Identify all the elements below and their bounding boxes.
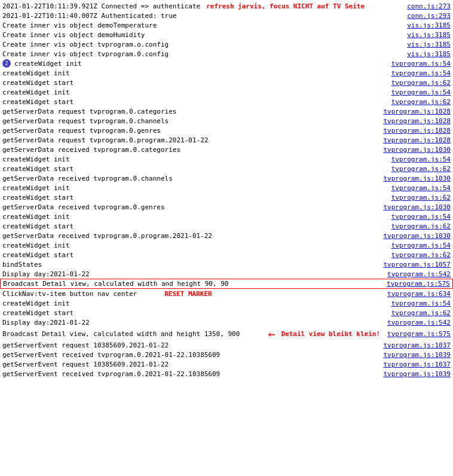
log-text: createWidget start [2, 222, 74, 230]
log-row: 2021-01-22T10:11:40.007Z Authenticated: … [0, 11, 453, 20]
log-row: 2021-01-22T10:11:39.921Z Connected => au… [0, 1, 453, 11]
log-source[interactable]: tvprogram.js:54 [391, 89, 451, 96]
log-container: 2021-01-22T10:11:39.921Z Connected => au… [0, 0, 453, 380]
log-source[interactable]: tvprogram.js:62 [391, 309, 451, 317]
log-text: createWidget start [2, 309, 74, 317]
log-source[interactable]: conn.js:273 [407, 2, 451, 10]
log-message: getServerEvent received tvprogram.0.2021… [2, 370, 378, 378]
log-row: Create inner vis object demoTemperature … [0, 20, 453, 30]
log-source[interactable]: tvprogram.js:62 [391, 98, 451, 106]
log-source[interactable]: tvprogram.js:575 [387, 280, 450, 288]
log-source[interactable]: conn.js:293 [407, 12, 451, 20]
log-source[interactable]: tvprogram.js:542 [387, 319, 451, 327]
log-source[interactable]: tvprogram.js:62 [391, 79, 451, 87]
log-text: ClickNav:tv-item button nav center [2, 290, 137, 298]
log-text: bindStates [2, 261, 42, 268]
log-row: getServerData request tvprogram.0.catego… [0, 106, 453, 116]
log-source[interactable]: tvprogram.js:54 [391, 242, 451, 249]
log-source[interactable]: tvprogram.js:1028 [383, 108, 451, 115]
log-source[interactable]: tvprogram.js:1030 [383, 146, 451, 154]
badge: 2 [2, 59, 11, 68]
log-row-highlighted: Broadcast Detail view, calculated width … [0, 279, 453, 289]
log-row: getServerData request tvprogram.0.genres… [0, 126, 453, 135]
log-row: createWidget start tvprogram.js:62 [0, 308, 453, 318]
log-message: createWidget start [2, 79, 387, 87]
log-message: 2 createWidget init [2, 59, 387, 68]
log-message: createWidget init [2, 242, 387, 249]
log-row-arrow: Broadcast Detail view, calculated width … [0, 327, 453, 340]
log-source[interactable]: vis.js:3185 [407, 22, 451, 29]
log-source[interactable]: tvprogram.js:62 [391, 251, 451, 259]
log-text: getServerEvent received tvprogram.0.2021… [2, 351, 220, 359]
log-text: getServerData received tvprogram.0.progr… [2, 232, 212, 240]
log-message: createWidget init [2, 89, 387, 96]
log-source[interactable]: tvprogram.js:1039 [383, 370, 451, 378]
log-text: createWidget start [2, 98, 74, 106]
log-row: createWidget start tvprogram.js:62 [0, 221, 453, 231]
log-message: Display day:2021-01-22 [2, 319, 382, 327]
log-row: getServerData request tvprogram.0.progra… [0, 135, 453, 145]
log-row: getServerEvent request 10385609.2021-01-… [0, 359, 453, 369]
log-source[interactable]: tvprogram.js:1028 [383, 136, 451, 144]
log-row: createWidget init tvprogram.js:54 [0, 183, 453, 193]
log-source[interactable]: tvprogram.js:1030 [383, 232, 451, 240]
log-source[interactable]: tvprogram.js:54 [391, 213, 451, 221]
log-message: getServerData request tvprogram.0.genres [2, 127, 378, 135]
log-row: Create inner vis object demoHumidity vis… [0, 30, 453, 39]
log-text: getServerData received tvprogram.0.categ… [2, 146, 180, 154]
reset-marker-label: RESET MARKER [164, 290, 212, 298]
log-text: createWidget start [2, 194, 74, 202]
log-source[interactable]: tvprogram.js:54 [391, 69, 451, 77]
log-text: Create inner vis object demoTemperature [2, 22, 157, 29]
log-message: Display day:2021-01-22 [2, 270, 382, 278]
log-source[interactable]: tvprogram.js:542 [387, 270, 451, 278]
log-source[interactable]: tvprogram.js:1028 [383, 117, 451, 125]
log-message: createWidget start [2, 251, 387, 259]
log-source[interactable]: tvprogram.js:54 [391, 155, 451, 163]
log-message: Create inner vis object demoHumidity [2, 31, 402, 39]
log-message: createWidget start [2, 309, 387, 317]
log-source[interactable]: tvprogram.js:1037 [383, 341, 451, 349]
log-row: bindStates tvprogram.js:1057 [0, 260, 453, 269]
annotation: refresh jarvis, focus NICHT auf TV Seite [206, 2, 365, 10]
log-source[interactable]: tvprogram.js:1030 [383, 203, 451, 211]
log-source[interactable]: tvprogram.js:1030 [383, 175, 451, 182]
log-source[interactable]: tvprogram.js:62 [391, 194, 451, 202]
log-message: createWidget start [2, 222, 387, 230]
log-row: getServerData received tvprogram.0.categ… [0, 145, 453, 154]
log-message: bindStates [2, 261, 378, 268]
log-source[interactable]: tvprogram.js:1028 [383, 127, 451, 135]
log-message: createWidget start [2, 165, 387, 173]
log-message: 2021-01-22T10:11:39.921Z Connected => au… [2, 2, 402, 10]
log-message: getServerData received tvprogram.0.categ… [2, 146, 378, 154]
log-row-reset: ClickNav:tv-item button nav center RESET… [0, 289, 453, 298]
log-source[interactable]: tvprogram.js:634 [387, 290, 451, 298]
log-source[interactable]: tvprogram.js:575 [387, 330, 451, 338]
log-row: createWidget start tvprogram.js:62 [0, 164, 453, 173]
log-message: createWidget init [2, 69, 387, 77]
log-source[interactable]: tvprogram.js:54 [391, 300, 451, 307]
log-source[interactable]: tvprogram.js:1057 [383, 261, 451, 268]
log-message: getServerEvent request 10385609.2021-01-… [2, 361, 378, 368]
log-text: createWidget start [2, 165, 74, 173]
log-row: createWidget init tvprogram.js:54 [0, 298, 453, 308]
log-message: Create inner vis object tvprogram.0.conf… [2, 50, 402, 58]
log-source[interactable]: tvprogram.js:54 [391, 60, 451, 68]
log-source[interactable]: tvprogram.js:62 [391, 165, 451, 173]
log-row: Display day:2021-01-22 tvprogram.js:542 [0, 318, 453, 327]
log-message: createWidget init [2, 300, 387, 307]
log-row: getServerData received tvprogram.0.progr… [0, 231, 453, 240]
log-row: getServerEvent request 10385609.2021-01-… [0, 340, 453, 350]
log-text: Broadcast Detail view, calculated width … [2, 330, 240, 338]
log-source[interactable]: vis.js:3185 [407, 41, 451, 48]
log-row: createWidget start tvprogram.js:62 [0, 193, 453, 202]
log-text: Broadcast Detail view, calculated width … [3, 280, 229, 288]
log-source[interactable]: vis.js:3185 [407, 31, 451, 39]
log-source[interactable]: tvprogram.js:54 [391, 184, 451, 192]
arrow-annotation: ← Detail view bleibt klein! [268, 328, 380, 340]
log-source[interactable]: tvprogram.js:1039 [383, 351, 451, 359]
log-message: getServerData request tvprogram.0.channe… [2, 117, 378, 125]
log-source[interactable]: vis.js:3185 [407, 50, 451, 58]
log-source[interactable]: tvprogram.js:62 [391, 222, 451, 230]
log-source[interactable]: tvprogram.js:1037 [383, 361, 451, 368]
